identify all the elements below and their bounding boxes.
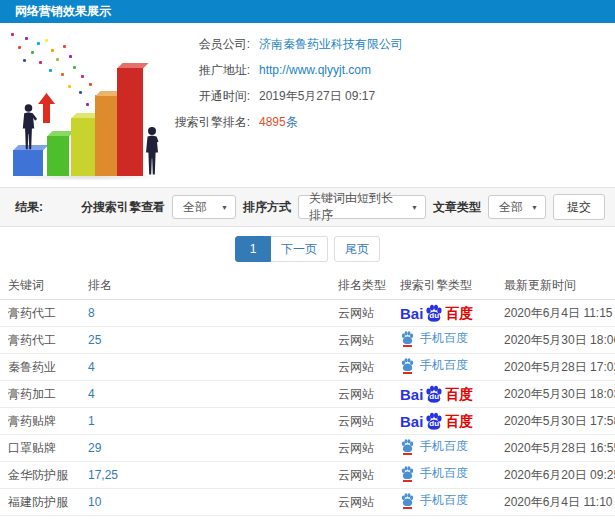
table-row: 福建防护服 10 云网站 手机百度 2020年6月4日 11:10 (0, 489, 615, 516)
caret-down-icon: ▼ (411, 204, 418, 211)
member-info: 会员公司: 济南秦鲁药业科技有限公司 推广地址: http://www.qlyy… (165, 31, 403, 135)
baidu-logo-du: du (429, 393, 439, 401)
article-type-select[interactable]: 全部 ▼ (488, 195, 546, 219)
article-type-label: 文章类型 (433, 199, 481, 216)
rank-link[interactable]: 1 (88, 414, 95, 428)
keyword-cell: 膏药代工 (0, 300, 80, 327)
page-title: 网络营销效果展示 (15, 4, 111, 18)
keyword-cell: 膏药贴牌 (0, 408, 80, 435)
update-time-cell: 2020年5月30日 18:03 (496, 381, 615, 408)
result-section-label: 结果: (15, 199, 43, 216)
baidu-paw-icon: du (424, 303, 444, 323)
update-time-cell: 2020年5月28日 17:02 (496, 354, 615, 381)
seo-rank-row: 搜索引擎排名: 4895条 (165, 109, 403, 135)
filter-bar: 结果: 分搜索引擎查看 全部 ▼ 排序方式 关键词由短到长排序 ▼ 文章类型 全… (0, 187, 615, 227)
rank-type-cell: 云网站 (330, 489, 392, 516)
update-time-cell: 2020年6月4日 11:10 (496, 489, 615, 516)
mobile-baidu-paw-icon (400, 438, 415, 455)
keyword-cell: 福建防护服 (0, 489, 80, 516)
table-row: 膏药代工 8 云网站 Bai du 百度 2020年6月4日 11:15 (0, 300, 615, 327)
mobile-baidu-paw-icon (400, 357, 415, 374)
bar-red (117, 68, 143, 176)
growth-arrow-icon (38, 93, 55, 123)
seo-rank-unit: 条 (286, 115, 298, 129)
seo-rank-count: 4895 (259, 115, 286, 129)
rank-link[interactable]: 10 (88, 495, 101, 509)
engine-cell: Bai du 百度 (392, 300, 496, 327)
filter-controls: 分搜索引擎查看 全部 ▼ 排序方式 关键词由短到长排序 ▼ 文章类型 全部 ▼ … (81, 194, 605, 220)
engine-cell: 手机百度 (392, 435, 496, 462)
bar-blue (13, 150, 43, 176)
mobile-baidu-underline (403, 480, 412, 482)
engine-cell: Bai du 百度 (392, 381, 496, 408)
baidu-logo: Bai du 百度 (400, 303, 473, 323)
update-time-cell: 2020年6月20日 09:25 (496, 462, 615, 489)
engine-cell: 手机百度 (392, 462, 496, 489)
baidu-logo: Bai du 百度 (400, 411, 473, 431)
pagination: 1 下一页 尾页 (0, 227, 615, 271)
engine-view-select[interactable]: 全部 ▼ (172, 195, 236, 219)
title-bar: 网络营销效果展示 (0, 0, 615, 23)
rank-type-cell: 云网站 (330, 435, 392, 462)
promo-url-label: 推广地址: (165, 62, 250, 79)
mobile-baidu-paw-icon (400, 465, 415, 482)
sort-label: 排序方式 (243, 199, 291, 216)
update-time-cell: 2020年5月28日 16:55 (496, 435, 615, 462)
baidu-paw-icon: du (424, 411, 444, 431)
keyword-cell: 秦鲁药业 (0, 354, 80, 381)
member-company-row: 会员公司: 济南秦鲁药业科技有限公司 (165, 31, 403, 57)
submit-button[interactable]: 提交 (553, 194, 605, 220)
marketing-chart-illustration (5, 29, 165, 181)
engine-cell: 手机百度 (392, 327, 496, 354)
sort-select[interactable]: 关键词由短到长排序 ▼ (298, 195, 426, 219)
promo-url-link[interactable]: http://www.qlyyjt.com (259, 63, 371, 77)
update-time-cell: 2020年5月30日 17:58 (496, 408, 615, 435)
seo-rank-label: 搜索引擎排名: (165, 114, 250, 131)
rank-link[interactable]: 17,25 (88, 468, 118, 482)
caret-down-icon: ▼ (221, 204, 228, 211)
rank-type-cell: 云网站 (330, 300, 392, 327)
mobile-baidu-underline (403, 507, 412, 509)
rank-link[interactable]: 29 (88, 441, 101, 455)
engine-cell: 手机百度 (392, 354, 496, 381)
member-company-link[interactable]: 济南秦鲁药业科技有限公司 (259, 37, 403, 51)
mobile-baidu-paw-icon (400, 330, 415, 347)
promo-url-row: 推广地址: http://www.qlyyjt.com (165, 57, 403, 83)
table-row: 膏药代工 25 云网站 手机百度 2020年5月30日 18:06 (0, 327, 615, 354)
rank-type-cell: 云网站 (330, 462, 392, 489)
summary-section: 会员公司: 济南秦鲁药业科技有限公司 推广地址: http://www.qlyy… (0, 23, 615, 187)
mobile-baidu-label: 手机百度 (420, 357, 468, 374)
mobile-baidu-label: 手机百度 (420, 330, 468, 347)
last-page-button[interactable]: 尾页 (334, 236, 380, 262)
baidu-logo-cn: 百度 (445, 414, 473, 428)
mobile-baidu-label: 手机百度 (420, 492, 468, 509)
baidu-paw-icon: du (424, 384, 444, 404)
businessman-left-icon (19, 103, 38, 150)
open-time-value: 2019年5月27日 09:17 (259, 88, 375, 105)
mobile-baidu-underline (403, 372, 412, 374)
col-keyword: 关键词 (0, 271, 80, 300)
member-company-label: 会员公司: (165, 36, 250, 53)
rank-type-cell: 云网站 (330, 327, 392, 354)
pagination-group: 1 下一页 (235, 236, 328, 262)
rank-link[interactable]: 8 (88, 306, 95, 320)
mobile-baidu-label: 手机百度 (420, 438, 468, 455)
next-page-button[interactable]: 下一页 (271, 236, 328, 262)
rank-type-cell: 云网站 (330, 381, 392, 408)
keyword-cell: 金华防护服 (0, 462, 80, 489)
keyword-cell: 膏药代工 (0, 327, 80, 354)
open-time-row: 开通时间: 2019年5月27日 09:17 (165, 83, 403, 109)
col-engine-type: 搜索引擎类型 (392, 271, 496, 300)
mobile-baidu-paw-icon (400, 492, 415, 509)
page-1-button[interactable]: 1 (235, 236, 271, 262)
rank-link[interactable]: 4 (88, 360, 95, 374)
engine-view-label: 分搜索引擎查看 (81, 199, 165, 216)
baidu-logo-bai: Bai (400, 414, 423, 429)
mobile-baidu-badge: 手机百度 (400, 357, 468, 374)
confetti-decoration (11, 33, 14, 36)
rank-link[interactable]: 4 (88, 387, 95, 401)
mobile-baidu-badge: 手机百度 (400, 492, 468, 509)
bar-orange (95, 96, 119, 176)
col-rank: 排名 (80, 271, 330, 300)
rank-link[interactable]: 25 (88, 333, 101, 347)
